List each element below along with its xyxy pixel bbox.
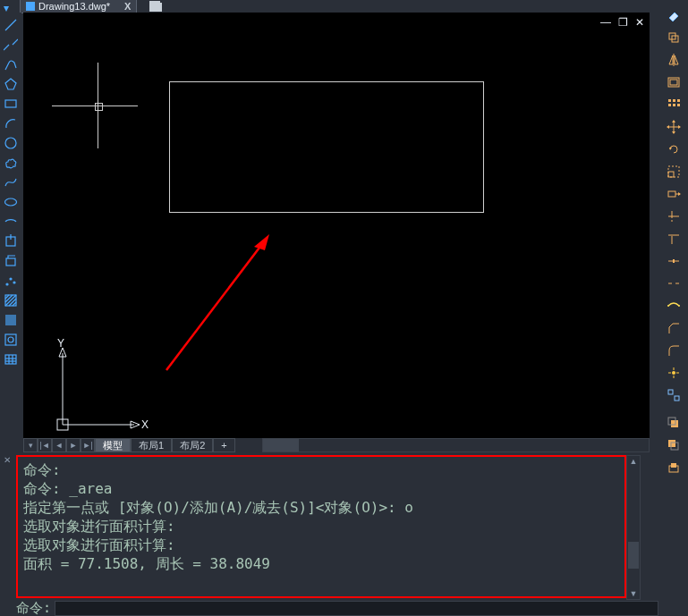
join-icon[interactable] xyxy=(664,296,684,316)
layout-nav-first-icon[interactable]: |◄ xyxy=(38,438,52,452)
viewport-minimize-icon[interactable]: — xyxy=(600,16,611,29)
trim-icon[interactable] xyxy=(664,207,684,226)
mirror-icon[interactable] xyxy=(664,50,684,70)
explode-icon[interactable] xyxy=(664,363,684,383)
cmd-line: 面积 = 77.1508, 周长 = 38.8049 xyxy=(23,555,270,572)
svg-point-61 xyxy=(667,305,669,307)
hatch-tool[interactable] xyxy=(2,291,20,309)
fillet-icon[interactable] xyxy=(664,341,684,360)
layout-nav-next-icon[interactable]: ► xyxy=(66,438,81,452)
svg-marker-40 xyxy=(672,120,675,122)
svg-rect-4 xyxy=(5,100,16,107)
offset-icon[interactable] xyxy=(664,72,684,92)
layout-tab-label: 布局2 xyxy=(180,439,205,452)
modify-toolbar xyxy=(658,0,688,616)
gradient-tool[interactable] xyxy=(2,311,20,329)
command-input[interactable] xyxy=(55,601,658,616)
svg-rect-72 xyxy=(668,440,675,447)
eraser-icon[interactable] xyxy=(664,5,684,25)
ucs-icon: Y X xyxy=(48,342,147,435)
extend-icon[interactable] xyxy=(664,229,684,249)
svg-marker-42 xyxy=(667,125,669,129)
viewport-restore-icon[interactable]: ❐ xyxy=(618,16,628,29)
circle-tool[interactable] xyxy=(2,134,20,152)
drawn-rectangle[interactable] xyxy=(169,81,484,213)
ucs-y-label: Y xyxy=(57,337,64,350)
polygon-tool[interactable] xyxy=(2,75,20,93)
svg-rect-75 xyxy=(671,463,676,468)
svg-line-2 xyxy=(13,39,18,45)
svg-rect-32 xyxy=(668,99,671,102)
region-tool[interactable] xyxy=(2,331,20,349)
move-icon[interactable] xyxy=(664,117,684,137)
svg-point-62 xyxy=(678,305,680,307)
chamfer-icon[interactable] xyxy=(664,318,684,338)
draworder-back-icon[interactable] xyxy=(664,435,684,455)
copy-icon[interactable] xyxy=(664,28,684,47)
scroll-thumb[interactable] xyxy=(628,542,639,569)
layout-tab-add[interactable]: + xyxy=(213,438,234,452)
arc-tool[interactable] xyxy=(2,114,20,132)
svg-rect-20 xyxy=(5,334,16,345)
table-tool[interactable] xyxy=(2,350,20,368)
insert-block-tool[interactable] xyxy=(2,232,20,250)
document-tab[interactable]: Drawing13.dwg* X xyxy=(20,0,137,13)
stretch-icon[interactable] xyxy=(664,184,684,204)
cmd-line: 选取对象进行面积计算: xyxy=(23,518,175,535)
scroll-down-icon[interactable]: ▼ xyxy=(627,588,640,599)
command-panel-close-icon[interactable]: ✕ xyxy=(4,455,11,465)
viewport-close-icon[interactable]: ✕ xyxy=(635,16,644,29)
scale-icon[interactable] xyxy=(664,162,684,181)
svg-rect-69 xyxy=(675,396,679,401)
svg-rect-9 xyxy=(6,258,15,266)
svg-rect-70 xyxy=(671,420,678,427)
scroll-up-icon[interactable]: ▲ xyxy=(627,456,640,467)
make-block-tool[interactable] xyxy=(2,252,20,270)
xline-tool[interactable] xyxy=(2,36,20,54)
cmd-line: 指定第一点或 [对象(O)/添加(A)/减去(S)]<对象(O)>: o xyxy=(23,499,413,516)
tabbar-dropdown-icon[interactable]: ▾ xyxy=(4,2,13,11)
layout-nav-prev-icon[interactable]: ◄ xyxy=(52,438,66,452)
document-tabbar: ▾ Drawing13.dwg* X xyxy=(0,0,688,13)
drawing-canvas[interactable]: — ❐ ✕ Y X xyxy=(23,13,650,438)
align-icon[interactable] xyxy=(664,385,684,405)
svg-point-10 xyxy=(6,283,8,285)
ellipse-tool[interactable] xyxy=(2,193,20,211)
layout-tab-layout1[interactable]: 布局1 xyxy=(131,438,172,452)
layout-hscrollbar[interactable] xyxy=(262,438,650,452)
svg-rect-19 xyxy=(5,315,16,325)
new-document-icon[interactable] xyxy=(149,1,162,12)
line-tool[interactable] xyxy=(2,16,20,34)
command-history-scrollbar[interactable]: ▲ ▼ xyxy=(626,455,641,600)
rotate-icon[interactable] xyxy=(664,139,684,159)
svg-rect-35 xyxy=(668,104,671,106)
rectangle-tool[interactable] xyxy=(2,95,20,113)
break-icon[interactable] xyxy=(664,274,684,293)
svg-rect-68 xyxy=(668,390,673,394)
array-icon[interactable] xyxy=(664,95,684,114)
layout-nav-last-icon[interactable]: ►| xyxy=(81,438,95,452)
svg-marker-43 xyxy=(678,125,681,129)
svg-line-0 xyxy=(5,20,16,30)
svg-marker-44 xyxy=(669,148,672,150)
svg-line-76 xyxy=(166,240,265,370)
spline-tool[interactable] xyxy=(2,173,20,191)
revcloud-tool[interactable] xyxy=(2,154,20,172)
command-history[interactable]: 命令: 命令: _area 指定第一点或 [对象(O)/添加(A)/减去(S)]… xyxy=(16,455,626,598)
svg-line-15 xyxy=(5,295,13,302)
layout-nav-dropdown-icon[interactable]: ▾ xyxy=(23,438,38,452)
svg-rect-34 xyxy=(677,99,680,102)
draworder-front-icon[interactable] xyxy=(664,413,684,433)
svg-rect-33 xyxy=(673,99,675,102)
draworder-above-icon[interactable] xyxy=(664,458,684,477)
layout-hscroll-thumb[interactable] xyxy=(263,439,299,451)
svg-line-1 xyxy=(4,45,9,50)
polyline-tool[interactable] xyxy=(2,55,20,73)
layout-tab-layout2[interactable]: 布局2 xyxy=(172,438,213,452)
layout-tab-model[interactable]: 模型 xyxy=(95,438,131,452)
point-tool[interactable] xyxy=(2,272,20,290)
ellipse-arc-tool[interactable] xyxy=(2,213,20,231)
ucs-x-label: X xyxy=(141,418,149,431)
break-at-point-icon[interactable] xyxy=(664,251,684,271)
document-tab-close-icon[interactable]: X xyxy=(124,1,131,12)
